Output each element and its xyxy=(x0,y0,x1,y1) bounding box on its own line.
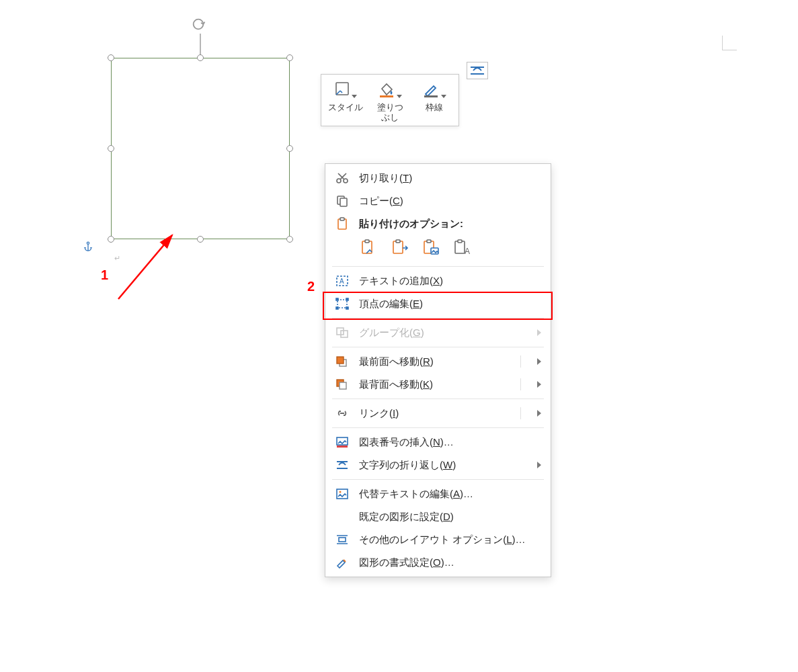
selection-handle-s[interactable] xyxy=(197,236,204,243)
svg-rect-36 xyxy=(337,446,348,448)
svg-rect-17 xyxy=(427,240,431,243)
menu-format-shape[interactable]: 図形の書式設定(O)… xyxy=(325,551,551,574)
menu-separator xyxy=(332,398,544,399)
dropdown-caret-icon xyxy=(352,95,357,98)
format-shape-icon xyxy=(335,556,350,569)
selection-handle-se[interactable] xyxy=(286,236,293,243)
menu-paste-header-label: 貼り付けのオプション: xyxy=(359,217,543,230)
cut-icon xyxy=(335,171,350,185)
menu-link[interactable]: リンク(I) xyxy=(325,402,551,425)
svg-rect-24 xyxy=(337,300,347,308)
menu-format-shape-label: 図形の書式設定(O)… xyxy=(359,556,543,569)
menu-set-default-shape[interactable]: 既定の図形に設定(D) xyxy=(325,505,551,528)
style-icon xyxy=(334,81,350,100)
submenu-caret-icon xyxy=(537,358,541,365)
selection-handle-w[interactable] xyxy=(108,145,114,152)
style-label: スタイル xyxy=(328,103,363,113)
menu-separator xyxy=(332,347,544,347)
selection-handle-e[interactable] xyxy=(286,145,293,152)
paste-merge-button[interactable] xyxy=(390,238,410,258)
menu-paste-header: 貼り付けのオプション: xyxy=(325,212,551,235)
menu-bring-to-front[interactable]: 最前面へ移動(R) xyxy=(325,350,551,373)
selected-shape-rectangle[interactable] xyxy=(111,58,290,239)
menu-alt-text-label: 代替テキストの編集(A)… xyxy=(359,487,543,501)
link-icon xyxy=(335,407,350,420)
svg-rect-30 xyxy=(341,331,348,337)
menu-wrap-text-label: 文字列の折り返し(W) xyxy=(359,458,528,472)
selection-handle-ne[interactable] xyxy=(286,54,293,61)
menu-group: グループ化(G) xyxy=(325,321,551,344)
svg-rect-9 xyxy=(340,198,347,206)
outline-label: 枠線 xyxy=(426,103,443,113)
dropdown-caret-icon xyxy=(397,95,402,98)
menu-set-default-label: 既定の図形に設定(D) xyxy=(359,510,543,523)
svg-rect-34 xyxy=(340,382,346,389)
menu-add-text[interactable]: A テキストの追加(X) xyxy=(325,269,551,292)
svg-rect-29 xyxy=(337,328,344,335)
selection-handle-nw[interactable] xyxy=(108,54,114,61)
paste-icon xyxy=(335,217,350,230)
bring-to-front-icon xyxy=(335,355,350,368)
svg-point-0 xyxy=(194,19,204,30)
outline-button[interactable]: 枠線 xyxy=(415,79,453,124)
more-layout-icon xyxy=(335,533,350,546)
menu-copy[interactable]: コピー(C) xyxy=(325,190,551,212)
menu-separator xyxy=(332,318,544,319)
menu-more-layout-label: その他のレイアウト オプション(L)… xyxy=(359,533,543,546)
svg-rect-15 xyxy=(396,240,400,243)
svg-rect-20 xyxy=(458,240,462,243)
svg-point-38 xyxy=(340,491,342,493)
menu-alt-text[interactable]: 代替テキストの編集(A)… xyxy=(325,482,551,505)
menu-send-to-back[interactable]: 最背面へ移動(K) xyxy=(325,373,551,396)
menu-bring-front-label: 最前面へ移動(R) xyxy=(359,355,511,368)
mini-toolbar: スタイル 塗りつ ぶし 枠線 xyxy=(321,74,459,126)
split-divider xyxy=(520,407,521,419)
paste-picture-button[interactable] xyxy=(421,238,441,258)
svg-text:A: A xyxy=(465,247,470,256)
selection-handle-sw[interactable] xyxy=(108,236,114,243)
svg-line-2 xyxy=(118,235,172,299)
copy-icon xyxy=(335,194,350,208)
menu-more-layout[interactable]: その他のレイアウト オプション(L)… xyxy=(325,528,551,551)
page-margin-corner xyxy=(722,36,737,50)
group-icon xyxy=(335,326,350,339)
menu-group-label: グループ化(G) xyxy=(359,326,528,339)
fill-button[interactable]: 塗りつ ぶし xyxy=(371,79,409,124)
annotation-label-1: 1 xyxy=(101,267,108,283)
layout-options-button[interactable] xyxy=(467,62,488,79)
menu-separator xyxy=(332,479,544,480)
submenu-caret-icon xyxy=(537,381,541,388)
blank-icon xyxy=(335,510,350,523)
rotation-connector xyxy=(200,34,201,57)
svg-rect-5 xyxy=(424,95,438,97)
split-divider xyxy=(520,355,521,368)
paste-keep-source-button[interactable] xyxy=(359,238,379,258)
annotation-label-2: 2 xyxy=(307,279,315,294)
fill-bucket-icon xyxy=(378,81,395,100)
wrap-text-icon xyxy=(335,458,350,472)
send-to-back-icon xyxy=(335,378,350,391)
style-gallery-button[interactable]: スタイル xyxy=(327,79,364,124)
menu-link-label: リンク(I) xyxy=(359,407,511,420)
edit-points-icon xyxy=(335,297,350,310)
menu-edit-points-label: 頂点の編集(E) xyxy=(359,297,543,310)
annotation-arrow-1 xyxy=(112,228,192,302)
outline-pen-icon xyxy=(422,81,440,100)
svg-rect-26 xyxy=(346,298,348,300)
rotation-handle-icon[interactable] xyxy=(191,17,206,32)
svg-rect-11 xyxy=(340,218,344,220)
paste-options-row: A xyxy=(325,235,551,263)
svg-rect-28 xyxy=(346,307,348,309)
menu-insert-caption[interactable]: 図表番号の挿入(N)… xyxy=(325,431,551,454)
paste-text-only-button[interactable]: A xyxy=(452,238,472,258)
menu-separator xyxy=(332,266,544,267)
svg-point-1 xyxy=(87,242,89,244)
svg-rect-13 xyxy=(365,240,369,243)
selection-handle-n[interactable] xyxy=(197,54,204,61)
menu-wrap-text[interactable]: 文字列の折り返し(W) xyxy=(325,454,551,476)
dropdown-caret-icon xyxy=(441,95,446,98)
menu-edit-points[interactable]: 頂点の編集(E) xyxy=(325,292,551,315)
paragraph-mark-icon: ↵ xyxy=(114,254,120,263)
shape-context-menu: 切り取り(T) コピー(C) 貼り付けのオプション: A A テキストの追加(X… xyxy=(325,163,551,577)
menu-cut[interactable]: 切り取り(T) xyxy=(325,167,551,190)
